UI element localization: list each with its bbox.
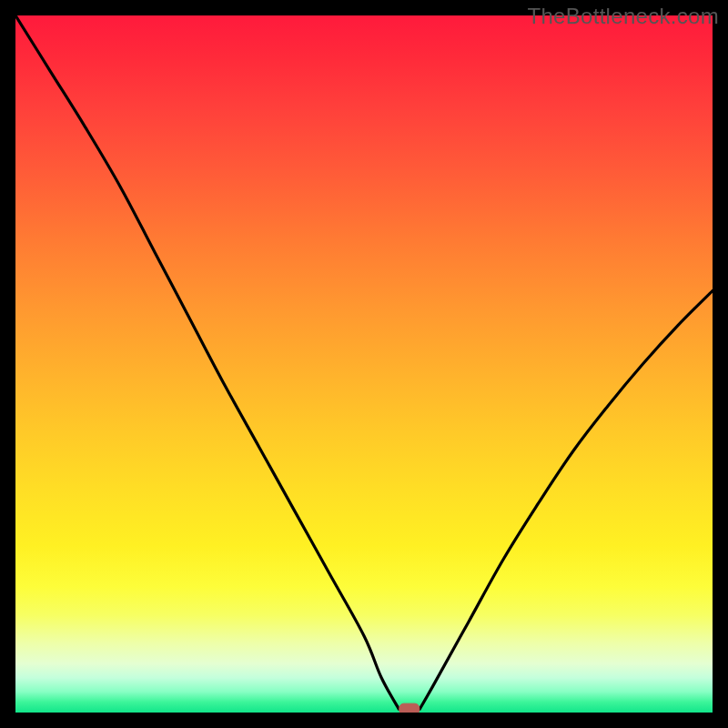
trough-marker-icon [399, 703, 420, 713]
right-branch-curve [420, 291, 713, 710]
left-branch-curve [15, 15, 399, 709]
chart-stage: TheBottleneck.com [0, 0, 728, 728]
plot-area [15, 15, 713, 713]
watermark-text: TheBottleneck.com [527, 4, 719, 29]
curve-layer [15, 15, 713, 713]
